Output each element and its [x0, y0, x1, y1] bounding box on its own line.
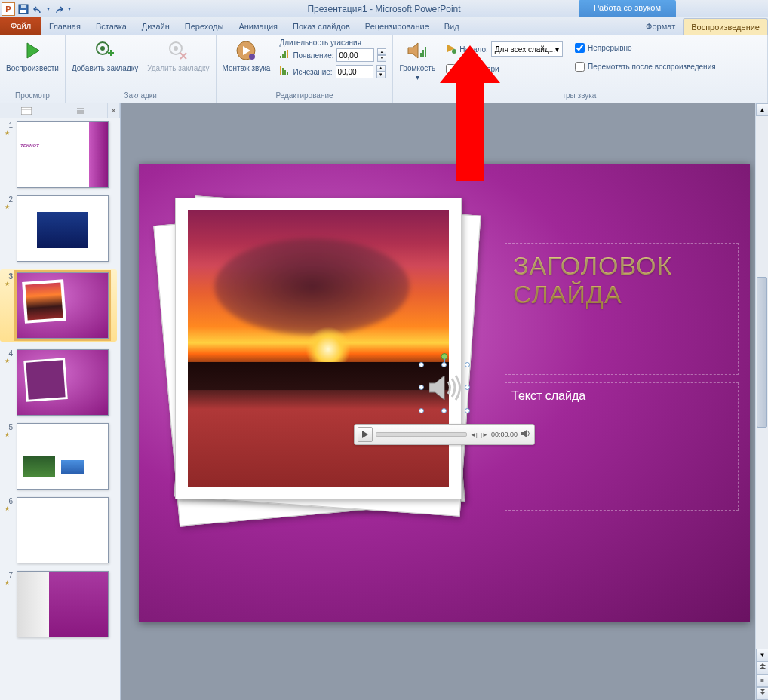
resize-handle[interactable] — [465, 362, 470, 367]
resize-handle[interactable] — [465, 385, 470, 390]
scroll-down-button[interactable]: ▼ — [756, 649, 768, 662]
fade-in-spinner[interactable]: ▲▼ — [377, 48, 386, 62]
player-time: 00:00.00 — [491, 431, 518, 438]
tab-home[interactable]: Главная — [41, 18, 88, 35]
subtitle-placeholder[interactable]: Текст слайда — [505, 382, 739, 511]
fade-in-icon — [279, 50, 290, 60]
animation-star-icon: ★ — [5, 281, 12, 287]
player-play-button[interactable] — [358, 427, 373, 442]
scrollbar-thumb[interactable] — [757, 277, 767, 428]
next-slide-button[interactable] — [756, 687, 768, 700]
thumbnail-item[interactable]: 2★ — [3, 195, 117, 262]
fade-out-icon — [279, 66, 290, 77]
vertical-scrollbar[interactable]: ▲ ▼ ≡ — [755, 103, 768, 700]
thumb-tab-slides[interactable] — [0, 103, 54, 118]
player-volume-icon[interactable] — [521, 428, 531, 441]
thumbnail-item[interactable]: 1★ TEKNOT — [3, 121, 117, 188]
fade-in-input[interactable] — [336, 48, 374, 62]
resize-handle[interactable] — [465, 408, 470, 413]
scroll-up-button[interactable]: ▲ — [756, 103, 768, 116]
thumbnail-item-selected[interactable]: 3★ — [0, 269, 117, 342]
photo-frame-stack[interactable] — [161, 190, 471, 514]
quick-access-toolbar: P ▾ ▾ — [0, 2, 71, 16]
title-placeholder[interactable]: ЗАГОЛОВОК СЛАЙДА — [505, 243, 739, 375]
svg-rect-29 — [21, 107, 32, 115]
tab-playback[interactable]: Воспроизведение — [683, 18, 768, 35]
svg-rect-15 — [280, 56, 281, 58]
svg-marker-39 — [760, 689, 766, 692]
svg-rect-26 — [425, 47, 426, 57]
resize-handle[interactable] — [419, 408, 424, 413]
resize-handle[interactable] — [419, 362, 424, 367]
resize-handle[interactable] — [419, 385, 424, 390]
tab-format[interactable]: Формат — [638, 18, 683, 35]
title-bar: P ▾ ▾ Презентация1 - Microsoft PowerPoin… — [0, 0, 768, 17]
start-dropdown[interactable]: Для всех слайд... ▾ — [491, 41, 563, 57]
thumbnail-item[interactable]: 6★ — [3, 497, 117, 563]
tab-insert[interactable]: Вставка — [88, 18, 134, 35]
app-icon[interactable]: P — [2, 2, 15, 16]
resize-handle[interactable] — [441, 408, 447, 413]
add-bookmark-button[interactable]: Добавить закладку — [69, 37, 141, 75]
audio-player-bar[interactable]: ◄| |► 00:00.00 — [354, 424, 535, 445]
qat-customize-icon[interactable]: ▾ — [68, 5, 71, 12]
player-track[interactable] — [376, 432, 467, 437]
svg-rect-16 — [282, 54, 284, 58]
play-button[interactable]: Воспроизвести — [3, 37, 62, 75]
start-dropdown-value: Для всех слайд... — [495, 45, 555, 54]
rewind-checkbox-row[interactable]: Перемотать после воспроизведения — [575, 62, 716, 72]
thumbnail-list[interactable]: 1★ TEKNOT 2★ 3★ 4★ 5★ — [0, 118, 120, 700]
slide-canvas[interactable]: ЗАГОЛОВОК СЛАЙДА Текст слайда — [139, 164, 750, 622]
audio-object-selected[interactable] — [422, 365, 467, 410]
svg-rect-25 — [422, 50, 424, 57]
red-arrow-annotation — [440, 45, 500, 181]
tab-file[interactable]: Файл — [0, 17, 41, 35]
rewind-checkbox[interactable] — [575, 62, 585, 72]
undo-dropdown-icon[interactable]: ▾ — [47, 5, 50, 12]
svg-marker-23 — [408, 43, 418, 58]
add-bookmark-icon — [93, 38, 117, 63]
player-skip-fwd-icon[interactable]: |► — [481, 431, 488, 438]
animation-star-icon: ★ — [5, 204, 12, 210]
prev-slide-button[interactable] — [756, 662, 768, 674]
contextual-tab-label: Работа со звуком — [579, 0, 676, 17]
tab-review[interactable]: Рецензирование — [358, 18, 437, 35]
volume-button[interactable]: Громкость▾ — [396, 37, 438, 84]
trim-audio-button[interactable]: Монтаж звука — [220, 37, 274, 75]
svg-marker-37 — [760, 663, 766, 666]
loop-checkbox-row[interactable]: Непрерывно — [575, 43, 716, 53]
chevron-down-icon: ▾ — [555, 45, 559, 54]
fade-out-label: Исчезание: — [293, 68, 332, 76]
thumbnail-item[interactable]: 4★ — [3, 349, 117, 416]
tab-animations[interactable]: Анимация — [231, 18, 285, 35]
tab-transitions[interactable]: Переходы — [177, 18, 232, 35]
group-label-preview: Просмотр — [3, 90, 62, 101]
tab-view[interactable]: Вид — [437, 18, 467, 35]
save-icon[interactable] — [17, 2, 30, 16]
tab-design[interactable]: Дизайн — [134, 18, 177, 35]
undo-icon[interactable] — [32, 2, 45, 16]
svg-marker-38 — [760, 666, 766, 669]
svg-marker-36 — [521, 430, 527, 438]
slide-menu-button[interactable]: ≡ — [756, 674, 768, 687]
thumb-tab-close[interactable]: × — [108, 103, 120, 118]
volume-dropdown-icon: ▾ — [416, 73, 419, 81]
slide-editing-area[interactable]: ЗАГОЛОВОК СЛАЙДА Текст слайда — [121, 103, 768, 700]
thumb-tab-outline[interactable] — [54, 103, 109, 118]
thumbnail-item[interactable]: 7★ — [3, 571, 117, 637]
fade-in-label: Появление: — [293, 51, 333, 60]
redo-icon[interactable] — [51, 2, 65, 16]
thumbnail-item[interactable]: 5★ — [3, 423, 117, 490]
fade-out-input[interactable] — [336, 65, 373, 78]
svg-point-14 — [249, 54, 255, 60]
fade-out-spinner[interactable]: ▲▼ — [376, 65, 386, 78]
player-skip-back-icon[interactable]: ◄| — [470, 431, 478, 438]
resize-handle[interactable] — [441, 362, 447, 367]
animation-star-icon: ★ — [5, 358, 12, 364]
tab-slideshow[interactable]: Показ слайдов — [285, 18, 358, 35]
svg-marker-34 — [429, 376, 444, 400]
loop-checkbox[interactable] — [575, 43, 585, 53]
svg-rect-21 — [284, 70, 286, 75]
group-label-bookmarks: Закладки — [69, 90, 213, 101]
remove-bookmark-button: Удалить закладку — [144, 37, 212, 75]
